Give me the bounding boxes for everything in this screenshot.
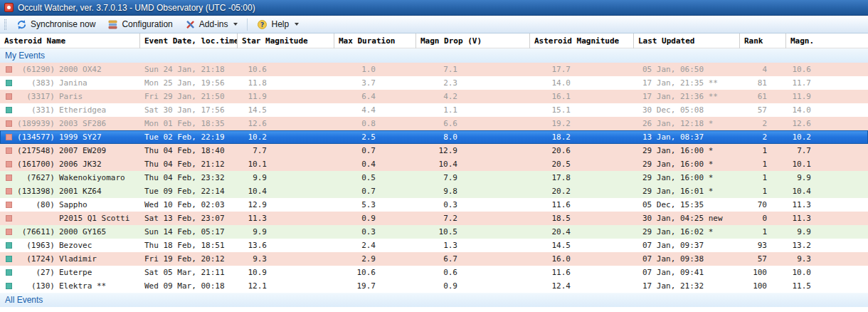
event-row[interactable]: (61290)2000 OX42Sun 24 Jan, 21:1810.61.0… [0, 63, 868, 76]
cell-rank: 1 [740, 144, 786, 157]
column-header-asteroid-magnitude[interactable]: Asteroid Magnitude [530, 33, 634, 48]
event-row[interactable]: (131398)2001 KZ64Tue 09 Feb, 22:1410.40.… [0, 184, 868, 198]
cell-magn-drop: 7.1 [416, 63, 530, 76]
cell-magn: 9.3 [786, 252, 868, 266]
event-row[interactable]: (161700)2006 JK32Thu 04 Feb, 21:1210.10.… [0, 157, 868, 171]
help-icon: ? [257, 19, 268, 30]
asteroid-number: (80) [16, 198, 55, 212]
event-tag-pink-icon [6, 120, 12, 127]
cell-event-date: Mon 25 Jan, 19:56 [140, 76, 238, 90]
cell-asteroid-magnitude: 15.1 [530, 103, 634, 117]
cell-rank: 61 [740, 90, 786, 103]
asteroid-name: Elektra ** [59, 279, 106, 293]
events-table: My Events (61290)2000 OX42Sun 24 Jan, 21… [0, 48, 868, 312]
column-header-asteroid-name[interactable]: Asteroid Name [0, 33, 140, 48]
event-tag-pink-icon [6, 147, 12, 154]
cell-event-date: Fri 29 Jan, 21:50 [140, 90, 238, 103]
asteroid-number: (217548) [16, 144, 55, 157]
cell-magn-drop: 2.3 [416, 76, 530, 90]
event-row[interactable]: (7627)WakenokiyomaroThu 04 Feb, 23:329.9… [0, 171, 868, 184]
cell-rank: 1 [740, 184, 786, 198]
cell-rank: 1 [740, 157, 786, 171]
cell-max-duration: 10.6 [334, 266, 416, 279]
event-row[interactable]: P2015 Q1 ScottiSat 13 Feb, 23:0711.30.97… [0, 212, 868, 225]
event-tag-teal-icon [6, 256, 12, 262]
cell-star-magnitude: 13.6 [238, 239, 334, 252]
sync-icon [16, 19, 27, 30]
cell-asteroid-name: (76611)2000 GY165 [0, 225, 140, 239]
cell-max-duration: 0.7 [334, 144, 416, 157]
cell-event-date: Thu 04 Feb, 23:32 [140, 171, 238, 184]
event-tag-pink-icon [6, 93, 12, 100]
add-ins-dropdown-arrow-icon [233, 23, 238, 26]
toolbar-separator [247, 19, 248, 31]
event-tag-pink-icon [6, 188, 12, 194]
cell-event-date: Fri 19 Feb, 20:12 [140, 252, 238, 266]
cell-event-date: Thu 18 Feb, 18:51 [140, 239, 238, 252]
cell-magn-drop: 6.7 [416, 252, 530, 266]
cell-asteroid-name: (61290)2000 OX42 [0, 63, 140, 76]
asteroid-name: Bezovec [59, 239, 92, 252]
cell-event-date: Thu 04 Feb, 18:40 [140, 144, 238, 157]
cell-rank: 81 [740, 76, 786, 90]
column-header-last-updated[interactable]: Last Updated [634, 33, 740, 48]
cell-magn: 11.3 [786, 198, 868, 212]
cell-magn: 11.7 [786, 76, 868, 90]
title-bar[interactable]: Occult Watcher, ver. 3.7.0.13 - UMD Obse… [0, 0, 868, 16]
cell-asteroid-name: (80)Sappho [0, 198, 140, 212]
synchronise-now-button[interactable]: Synchronise now [11, 17, 101, 32]
asteroid-number: (131398) [16, 184, 55, 198]
cell-magn: 11.3 [786, 212, 868, 225]
cell-asteroid-magnitude: 18.2 [530, 130, 634, 144]
event-row[interactable]: (76611)2000 GY165Sun 14 Feb, 05:179.90.3… [0, 225, 868, 239]
cell-asteroid-magnitude: 19.2 [530, 117, 634, 130]
cell-asteroid-magnitude: 17.7 [530, 63, 634, 76]
event-row[interactable]: (1724)VladimirFri 19 Feb, 20:129.32.96.7… [0, 252, 868, 266]
section-header-all-events[interactable]: All Events [0, 293, 868, 307]
event-tag-pink-icon [6, 66, 12, 73]
column-header-magn-drop[interactable]: Magn Drop (V) [416, 33, 530, 48]
cell-star-magnitude: 11.9 [238, 90, 334, 103]
cell-last-updated: 05 Dec, 15:35 [634, 198, 740, 212]
cell-star-magnitude: 7.7 [238, 144, 334, 157]
help-button[interactable]: ? Help [251, 17, 305, 32]
column-header-rank[interactable]: Rank [740, 33, 786, 48]
column-header-star-magnitude[interactable]: Star Magnitude [238, 33, 334, 48]
section-header-my-events[interactable]: My Events [0, 48, 868, 63]
event-row[interactable]: (3317)ParisFri 29 Jan, 21:5011.96.44.216… [0, 90, 868, 103]
asteroid-number: (134577) [16, 130, 55, 144]
event-rows-container: (61290)2000 OX42Sun 24 Jan, 21:1810.61.0… [0, 63, 868, 293]
column-header-max-duration[interactable]: Max Duration [334, 33, 416, 48]
column-header-magn[interactable]: Magn. [786, 33, 868, 48]
event-row[interactable]: (130)Elektra **Wed 09 Mar, 00:1812.119.7… [0, 279, 868, 293]
cell-last-updated: 30 Jan, 04:25 new [634, 212, 740, 225]
cell-asteroid-name: (134577)1999 SY27 [0, 130, 140, 144]
cell-asteroid-name: (3317)Paris [0, 90, 140, 103]
cell-asteroid-magnitude: 11.6 [530, 198, 634, 212]
configuration-label: Configuration [122, 19, 172, 29]
cell-rank: 2 [740, 130, 786, 144]
event-row[interactable]: (189939)2003 SF286Mon 01 Feb, 18:3512.60… [0, 117, 868, 130]
toolbar-grip[interactable] [4, 19, 6, 30]
cell-max-duration: 0.8 [334, 117, 416, 130]
event-tag-pink-icon [6, 175, 12, 181]
cell-max-duration: 0.4 [334, 157, 416, 171]
event-row[interactable]: (27)EuterpeSat 05 Mar, 21:1110.910.60.61… [0, 266, 868, 279]
event-row[interactable]: (383)JaninaMon 25 Jan, 19:5611.83.72.314… [0, 76, 868, 90]
event-row[interactable]: (217548)2007 EW209Thu 04 Feb, 18:407.70.… [0, 144, 868, 157]
asteroid-number: (161700) [16, 157, 55, 171]
add-ins-label: Add-ins [199, 19, 228, 29]
event-row-selected[interactable]: (134577)1999 SY27Tue 02 Feb, 22:1910.22.… [0, 130, 868, 144]
event-row[interactable]: (331)EtheridgeaSat 30 Jan, 17:5614.54.41… [0, 103, 868, 117]
cell-magn-drop: 0.3 [416, 198, 530, 212]
event-row[interactable]: (80)SapphoWed 10 Feb, 02:0312.95.30.311.… [0, 198, 868, 212]
event-row[interactable]: (1963)BezovecThu 18 Feb, 18:5113.62.41.3… [0, 239, 868, 252]
cell-event-date: Tue 09 Feb, 22:14 [140, 184, 238, 198]
add-ins-button[interactable]: Add-ins [179, 17, 244, 32]
asteroid-name: Wakenokiyomaro [59, 171, 125, 184]
asteroid-number: (3317) [16, 90, 55, 103]
configuration-button[interactable]: Configuration [102, 17, 178, 32]
cell-star-magnitude: 10.4 [238, 184, 334, 198]
cell-asteroid-magnitude: 11.6 [530, 266, 634, 279]
column-header-event-date[interactable]: Event Date, loc.time [140, 33, 238, 48]
